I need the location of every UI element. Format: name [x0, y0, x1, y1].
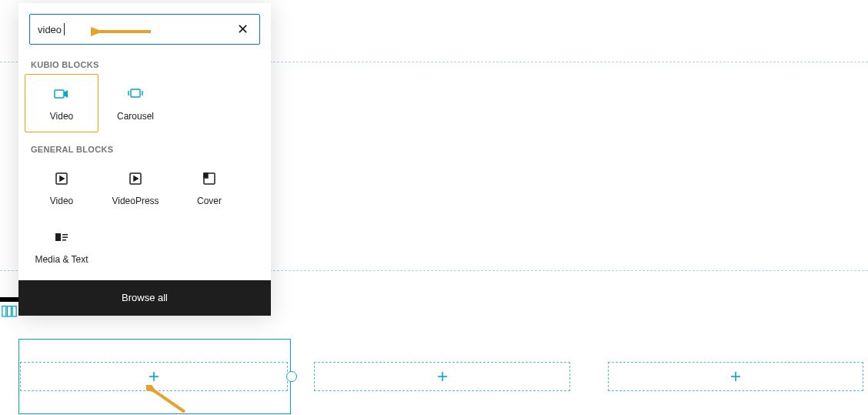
add-block-slot-2[interactable]: [314, 362, 570, 391]
svg-rect-18: [55, 233, 61, 241]
block-item-cover[interactable]: Cover: [172, 159, 246, 217]
svg-rect-1: [8, 306, 12, 316]
block-label: Video: [50, 111, 73, 122]
block-toolbar-fragment: [0, 297, 18, 320]
video-camera-icon: [52, 85, 71, 103]
block-item-video-kubio[interactable]: Video: [25, 74, 98, 132]
svg-rect-17: [204, 173, 208, 178]
search-box: ✕: [29, 14, 260, 45]
block-item-video-core[interactable]: Video: [25, 159, 98, 217]
text-caret: [64, 23, 65, 35]
block-label: Carousel: [117, 111, 154, 122]
section-title-kubio: KUBIO BLOCKS: [18, 52, 271, 74]
search-input[interactable]: [38, 24, 234, 35]
block-inserter-popover: ✕ KUBIO BLOCKS Video Carousel GENERAL BL…: [18, 3, 271, 316]
svg-rect-21: [62, 239, 66, 241]
section-title-general: GENERAL BLOCKS: [18, 137, 271, 159]
svg-rect-19: [62, 234, 68, 236]
block-item-carousel[interactable]: Carousel: [98, 74, 172, 132]
block-item-videopress[interactable]: VideoPress: [98, 159, 172, 217]
kubio-block-grid: Video Carousel: [18, 74, 271, 137]
svg-rect-11: [131, 89, 140, 97]
close-icon: ✕: [237, 22, 249, 37]
carousel-icon: [126, 85, 145, 103]
add-block-slot-1[interactable]: [20, 362, 288, 391]
add-block-slot-3[interactable]: [608, 362, 863, 391]
block-label: VideoPress: [112, 196, 159, 206]
svg-rect-20: [62, 237, 68, 239]
browse-all-button[interactable]: Browse all: [18, 280, 271, 316]
svg-rect-0: [2, 306, 6, 316]
cover-icon: [200, 169, 219, 188]
block-label: Media & Text: [35, 254, 88, 265]
general-block-grid: Video VideoPress Cover Media & Text: [18, 159, 271, 280]
svg-rect-10: [55, 90, 64, 98]
block-label: Video: [50, 196, 73, 206]
videopress-icon: [126, 169, 145, 188]
clear-search-button[interactable]: ✕: [234, 19, 252, 39]
video-play-icon: [52, 169, 71, 188]
svg-rect-2: [12, 306, 16, 316]
media-text-icon: [52, 228, 71, 246]
column-resize-handle[interactable]: [286, 371, 297, 382]
block-item-media-text[interactable]: Media & Text: [25, 217, 98, 276]
block-label: Cover: [197, 196, 222, 206]
